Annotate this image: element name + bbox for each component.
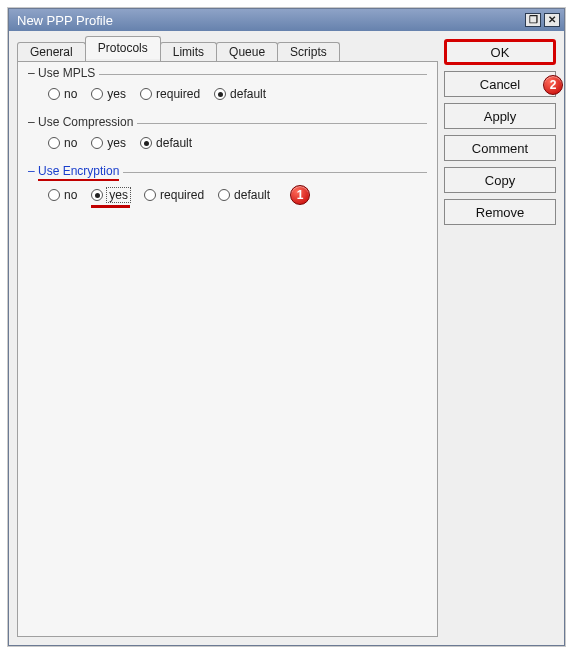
encryption-yes[interactable]: yes [91,188,130,202]
copy-button[interactable]: Copy [444,167,556,193]
titlebar: New PPP Profile ❐ ✕ [9,9,564,31]
encryption-required[interactable]: required [144,188,204,202]
mpls-default[interactable]: default [214,87,266,101]
mpls-no[interactable]: no [48,87,77,101]
compression-yes[interactable]: yes [91,136,126,150]
tab-queue[interactable]: Queue [216,42,278,61]
legend-use-compression: – Use Compression [24,115,137,129]
mpls-radios: no yes required default [38,87,417,101]
remove-button[interactable]: Remove [444,199,556,225]
callout-2: 2 [543,75,563,95]
cancel-button[interactable]: Cancel 2 [444,71,556,97]
encryption-radios: no yes required default 1 [38,185,417,205]
tab-protocols[interactable]: Protocols [85,36,161,59]
compression-default[interactable]: default [140,136,192,150]
close-icon[interactable]: ✕ [544,13,560,27]
restore-icon[interactable]: ❐ [525,13,541,27]
callout-1: 1 [290,185,310,205]
tab-limits[interactable]: Limits [160,42,217,61]
compression-radios: no yes default [38,136,417,150]
encryption-no[interactable]: no [48,188,77,202]
apply-button[interactable]: Apply [444,103,556,129]
legend-use-encryption: – Use Encryption [24,164,123,178]
mpls-yes[interactable]: yes [91,87,126,101]
ok-button[interactable]: OK [444,39,556,65]
legend-use-mpls: – Use MPLS [24,66,99,80]
window-content: General Protocols Limits Queue Scripts –… [9,31,564,645]
highlight-underline [91,205,130,208]
group-use-compression: – Use Compression no yes default [28,123,427,160]
comment-button[interactable]: Comment [444,135,556,161]
compression-no[interactable]: no [48,136,77,150]
button-column: OK Cancel 2 Apply Comment Copy Remove [444,39,556,225]
tab-general[interactable]: General [17,42,86,61]
protocols-panel: – Use MPLS no yes required default – Use… [17,61,438,637]
tab-scripts[interactable]: Scripts [277,42,340,61]
ppp-profile-window: New PPP Profile ❐ ✕ General Protocols Li… [8,8,565,646]
window-title: New PPP Profile [17,13,522,28]
encryption-default[interactable]: default [218,188,270,202]
mpls-required[interactable]: required [140,87,200,101]
group-use-mpls: – Use MPLS no yes required default [28,74,427,111]
group-use-encryption: – Use Encryption no yes required default… [28,172,427,215]
